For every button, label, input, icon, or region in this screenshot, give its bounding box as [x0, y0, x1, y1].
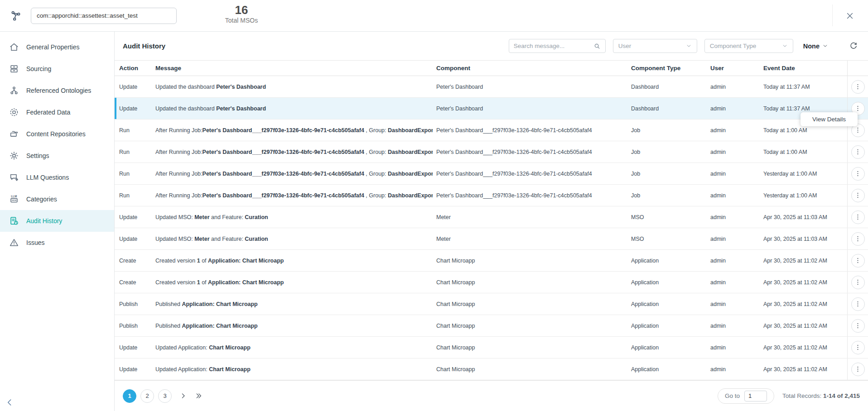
message-cell: After Running Job:Peter's Dashboard___f2… — [152, 171, 433, 177]
component-cell: Peter's Dashboard___f297f03e-1326-4bfc-9… — [433, 171, 627, 177]
row-actions-menu-button[interactable] — [851, 210, 865, 224]
total-msos-value: 16 — [221, 4, 262, 16]
action-cell: Run — [115, 192, 152, 199]
user-cell: admin — [707, 258, 760, 264]
sidebar-item-referenced-ontologies[interactable]: Referenced Ontologies — [0, 80, 114, 101]
table-row[interactable]: RunAfter Running Job:Peter's Dashboard__… — [115, 119, 868, 141]
event-date-cell: Today at 1:00 AM — [760, 149, 847, 155]
search-input[interactable] — [514, 43, 593, 49]
table-row[interactable]: RunAfter Running Job:Peter's Dashboard__… — [115, 141, 868, 163]
event-date-cell: Today at 11:37 AM — [760, 105, 847, 112]
sidebar-item-content-repositories[interactable]: Content Repositories — [0, 123, 114, 145]
search-box[interactable] — [509, 39, 606, 53]
collapse-sidebar-icon[interactable] — [5, 397, 14, 407]
row-actions-menu-button[interactable] — [851, 297, 865, 311]
warning-icon — [9, 238, 19, 248]
component-type-filter-select[interactable]: Component Type — [704, 39, 793, 53]
component-cell: Chart Microapp — [433, 366, 627, 373]
dots-vertical-icon — [854, 213, 862, 221]
table-row[interactable]: UpdateUpdated the dashboard Peter's Dash… — [115, 76, 868, 98]
table-row[interactable]: PublishPublished Application: Chart Micr… — [115, 293, 868, 315]
table-row[interactable]: UpdateUpdated MSO: Meter and Feature: Cu… — [115, 206, 868, 228]
row-actions-menu-button[interactable] — [851, 276, 865, 289]
sidebar-item-llm-questions[interactable]: LLM Questions — [0, 167, 114, 188]
none-dropdown[interactable]: None — [803, 43, 828, 50]
sidebar-item-sourcing[interactable]: Sourcing — [0, 58, 114, 80]
table-row[interactable]: RunAfter Running Job:Peter's Dashboard__… — [115, 163, 868, 185]
row-actions-cell — [847, 163, 868, 184]
component-type-cell: Dashboard — [627, 105, 707, 112]
event-date-cell: Yesterday at 1:00 AM — [760, 171, 847, 177]
page-button-2[interactable]: 2 — [140, 389, 154, 403]
row-actions-menu-button[interactable] — [851, 319, 865, 333]
repositories-icon — [9, 129, 19, 139]
table-row[interactable]: PublishPublished Application: Chart Micr… — [115, 315, 868, 337]
user-cell: admin — [707, 323, 760, 329]
table-row[interactable]: CreateCreated version 1 of Application: … — [115, 250, 868, 272]
table-row[interactable]: CreateCreated version 1 of Application: … — [115, 272, 868, 293]
user-cell: admin — [707, 301, 760, 307]
user-filter-select[interactable]: User — [613, 39, 697, 53]
table-row[interactable]: UpdateUpdated the dashboard Peter's Dash… — [115, 98, 868, 119]
row-actions-menu-button[interactable] — [851, 254, 865, 268]
row-actions-menu-button[interactable] — [851, 167, 865, 181]
row-actions-cell — [847, 337, 868, 358]
page-button-1[interactable]: 1 — [123, 389, 136, 403]
refresh-icon[interactable] — [849, 42, 858, 51]
component-type-cell: Application — [627, 323, 707, 329]
dots-vertical-icon — [854, 365, 862, 373]
message-cell: Created version 1 of Application: Chart … — [152, 258, 433, 264]
next-page-icon[interactable] — [179, 392, 187, 400]
topbar-divider — [832, 5, 833, 26]
dots-vertical-icon — [854, 235, 862, 243]
table-row[interactable]: UpdateUpdated MSO: Meter and Feature: Cu… — [115, 228, 868, 250]
llm-questions-icon — [9, 172, 19, 182]
row-actions-menu-button[interactable] — [851, 145, 865, 159]
action-cell: Publish — [115, 323, 152, 329]
message-cell: Published Application: Chart Microapp — [152, 323, 433, 329]
last-page-icon[interactable] — [195, 392, 203, 400]
row-actions-menu-button[interactable] — [851, 363, 865, 376]
column-header-component: Component — [433, 65, 627, 72]
table-row[interactable]: UpdateUpdated Application: Chart Microap… — [115, 337, 868, 358]
table-row[interactable]: UpdateUpdated Application: Chart Microap… — [115, 358, 868, 380]
audit-history-icon — [9, 216, 19, 226]
sidebar-item-settings[interactable]: Settings — [0, 145, 114, 167]
sidebar-item-audit-history[interactable]: Audit History — [0, 210, 114, 232]
svg-text:LLM: LLM — [11, 195, 17, 198]
row-actions-cell — [847, 228, 868, 249]
total-records-label: Total Records: — [782, 392, 823, 399]
page-button-3[interactable]: 3 — [158, 389, 172, 403]
row-actions-menu-button[interactable] — [851, 341, 865, 354]
row-actions-menu-button[interactable] — [851, 189, 865, 202]
close-icon[interactable] — [845, 11, 854, 20]
sidebar-nav: General PropertiesSourcingReferenced Ont… — [0, 36, 114, 253]
sidebar-item-general-properties[interactable]: General Properties — [0, 36, 114, 58]
view-details-menu-item[interactable]: View Details — [800, 112, 858, 126]
filters: User Component Type None — [509, 39, 858, 53]
main-panel: Audit History User Component Type — [115, 32, 868, 411]
dots-vertical-icon — [854, 83, 862, 91]
search-icon[interactable] — [593, 43, 601, 50]
asset-path-input[interactable] — [31, 8, 177, 24]
component-cell: Chart Microapp — [433, 301, 627, 307]
sidebar-item-federated-data[interactable]: Federated Data — [0, 101, 114, 123]
table-row[interactable]: RunAfter Running Job:Peter's Dashboard__… — [115, 185, 868, 206]
user-filter-placeholder: User — [618, 43, 632, 49]
component-cell: Chart Microapp — [433, 344, 627, 351]
shell: General PropertiesSourcingReferenced Ont… — [0, 32, 868, 411]
topbar: 16 Total MSOs — [0, 0, 868, 32]
ontology-icon — [9, 86, 19, 96]
row-actions-menu-button[interactable] — [851, 232, 865, 246]
row-actions-menu-button[interactable] — [851, 80, 865, 94]
message-cell: Updated the dashboard Peter's Dashboard — [152, 105, 433, 112]
event-date-cell: Apr 30, 2025 at 11:02 AM — [760, 323, 847, 329]
sidebar-item-categories[interactable]: LLMCategories — [0, 188, 114, 210]
none-dropdown-label: None — [803, 43, 820, 50]
dots-vertical-icon — [854, 126, 862, 134]
app-window: 16 Total MSOs General PropertiesSourcing… — [0, 0, 868, 411]
goto-page-input[interactable] — [744, 391, 767, 401]
federated-data-icon — [9, 107, 19, 117]
sidebar-item-issues[interactable]: Issues — [0, 232, 114, 253]
component-type-cell: MSO — [627, 236, 707, 242]
